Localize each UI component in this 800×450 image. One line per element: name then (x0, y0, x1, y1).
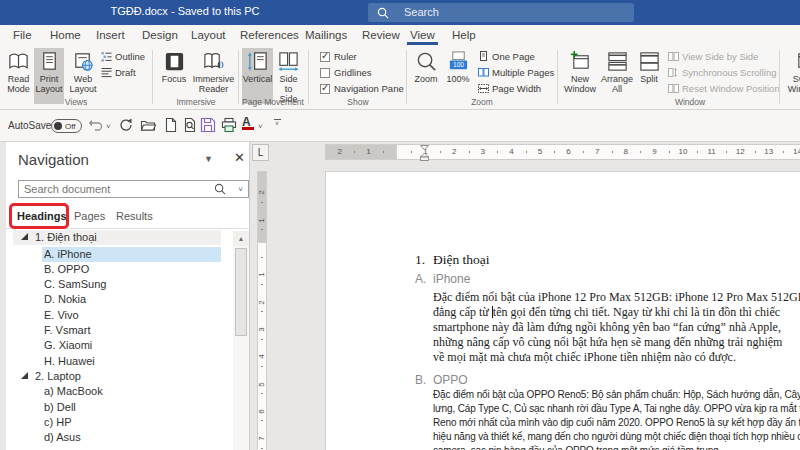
synchronous-scrolling-button[interactable]: Synchronous Scrolling (668, 67, 777, 81)
multiple-pages-button[interactable]: Multiple Pages (478, 67, 554, 81)
new-window-icon (569, 50, 592, 73)
navigation-search-icon[interactable] (214, 183, 226, 195)
title-bar: TGĐĐ.docx - Saved to this PC Search (0, 0, 800, 25)
nav-tree-item[interactable]: C. SamSung (6, 277, 233, 292)
zoom-button[interactable]: Zoom (410, 48, 442, 104)
navigation-pane: Navigation ▼ ✕ Search document ˅ Heading… (6, 142, 250, 450)
checkbox-unchecked-icon (320, 68, 330, 78)
nav-tree-item[interactable]: A. iPhone (6, 247, 233, 262)
immersive-reader-icon (202, 50, 225, 73)
one-page-icon (478, 51, 489, 62)
outline-icon (101, 51, 112, 62)
workspace: Navigation ▼ ✕ Search document ˅ Heading… (0, 141, 800, 450)
draft-button[interactable]: Draft (101, 67, 136, 81)
document-text-line: đẳng cấp từ tên gọi đến từng chi tiết. N… (433, 305, 780, 320)
undo-dropdown-icon[interactable]: ˅ (106, 122, 111, 131)
multiple-pages-icon (478, 67, 489, 78)
ribbon-tab-view[interactable]: View (410, 29, 435, 41)
nav-tree-item[interactable]: 2. Laptop (6, 369, 233, 384)
switch-windows-button[interactable]: Switch Windows (784, 48, 800, 104)
outline-button[interactable]: Outline (101, 51, 145, 65)
scrollbar-up-icon[interactable]: ▲ (233, 231, 249, 246)
print-icon[interactable] (221, 117, 237, 133)
print-preview-icon[interactable] (182, 117, 198, 133)
one-page-button[interactable]: One Page (478, 51, 535, 65)
ribbon-tab-file[interactable]: File (13, 29, 32, 41)
gridlines-checkbox[interactable]: Gridlines (320, 67, 372, 81)
tab-pages[interactable]: Pages (74, 210, 105, 222)
new-document-icon[interactable] (163, 117, 179, 133)
collapse-triangle-icon[interactable] (21, 233, 28, 240)
nav-tree-item[interactable]: a) MacBook (6, 384, 233, 399)
ribbon-tab-insert[interactable]: Insert (96, 29, 125, 41)
zoom-100-button[interactable]: 100 100% (443, 48, 473, 104)
navigation-close-icon[interactable]: ✕ (234, 150, 245, 165)
document-heading2: B.OPPO (415, 373, 468, 387)
navigation-options-dropdown-icon[interactable]: ▼ (204, 154, 213, 164)
autosave-label: AutoSave (8, 120, 51, 131)
nav-tree-item[interactable]: c) HP (6, 415, 233, 430)
undo-icon[interactable] (88, 117, 104, 133)
horizontal-ruler-margin[interactable] (325, 144, 397, 160)
navigation-search-dropdown-icon[interactable]: ˅ (238, 185, 243, 194)
vertical-button[interactable]: Vertical (242, 48, 273, 104)
arrange-all-button[interactable]: Arrange All (600, 48, 634, 104)
scrollbar-thumb[interactable] (235, 248, 247, 336)
nav-tree-item[interactable]: d) Asus (6, 430, 233, 445)
split-button[interactable]: Split (636, 48, 662, 104)
focus-button[interactable]: Focus (158, 48, 190, 104)
document-text-line: lưng, Cáp Type C, Củ sạc nhanh rời đầu T… (433, 403, 800, 414)
nav-tree-item[interactable]: B. OPPO (6, 262, 233, 277)
font-color-button[interactable]: A (242, 115, 254, 130)
checkbox-checked-icon (320, 52, 330, 62)
ribbon: Read Mode Print Layout Web Layout Outlin… (0, 47, 800, 110)
indent-marker[interactable] (419, 145, 430, 161)
ribbon-tab-layout[interactable]: Layout (191, 29, 226, 41)
navigation-pane-title: Navigation (18, 151, 89, 168)
ruler-checkbox[interactable]: Ruler (320, 51, 357, 65)
nav-tree-item[interactable]: E. Vivo (6, 308, 233, 323)
page-width-button[interactable]: Page Width (478, 83, 541, 97)
collapse-triangle-icon[interactable] (21, 372, 28, 379)
view-side-by-side-button[interactable]: View Side by Side (668, 51, 758, 65)
document-text-line: hiệu năng và thiết kế, mang đến cho ngườ… (433, 431, 800, 442)
read-mode-button[interactable]: Read Mode (4, 48, 33, 104)
nav-tree-item[interactable]: H. Huawei (6, 354, 233, 369)
zoom-icon (415, 50, 438, 73)
nav-tree-item[interactable]: F. Vsmart (6, 323, 233, 338)
tab-results[interactable]: Results (116, 210, 153, 222)
navigation-search-box[interactable]: Search document ˅ (18, 180, 249, 198)
read-mode-icon (7, 50, 30, 73)
redo-icon[interactable] (118, 117, 134, 133)
show-group-label: Show (312, 97, 404, 107)
window-group-label: Window (562, 97, 800, 107)
side-to-side-button[interactable]: Side to Side (275, 48, 302, 104)
ribbon-tab-home[interactable]: Home (50, 29, 81, 41)
ribbon-tab-design[interactable]: Design (142, 29, 178, 41)
ribbon-tab-help[interactable]: Help (452, 29, 476, 41)
tab-stop-selector[interactable]: L (252, 144, 269, 161)
ribbon-tab-mailings[interactable]: Mailings (305, 29, 347, 41)
immersive-reader-button[interactable]: Immersive Reader (191, 48, 236, 104)
new-window-button[interactable]: New Window (562, 48, 598, 104)
font-color-dropdown-icon[interactable]: ˅ (258, 122, 263, 131)
print-layout-button[interactable]: Print Layout (34, 48, 64, 104)
autosave-toggle[interactable]: Off (51, 119, 82, 133)
web-layout-button[interactable]: Web Layout (66, 48, 100, 104)
reset-window-position-button[interactable]: Reset Window Position (668, 83, 780, 97)
search-bar[interactable]: Search (368, 3, 634, 22)
vertical-ruler-margin[interactable] (257, 171, 267, 243)
open-icon[interactable] (140, 117, 156, 133)
nav-tree-item[interactable]: G. Xiaomi (6, 338, 233, 353)
save-icon[interactable] (200, 117, 216, 133)
qat-overflow-button[interactable]: ˅ (272, 119, 282, 126)
svg-text:100: 100 (452, 61, 463, 68)
search-placeholder: Search (404, 6, 439, 18)
nav-tree-item[interactable]: D. Nokia (6, 292, 233, 307)
page-width-icon (478, 83, 489, 94)
navigation-pane-checkbox[interactable]: Navigation Pane (320, 83, 404, 97)
nav-tree-item[interactable]: b) Dell (6, 400, 233, 415)
ribbon-tab-review[interactable]: Review (362, 29, 400, 41)
ribbon-tab-references[interactable]: References (240, 29, 299, 41)
nav-tree-item[interactable]: 1. Điện thoại (6, 230, 233, 245)
